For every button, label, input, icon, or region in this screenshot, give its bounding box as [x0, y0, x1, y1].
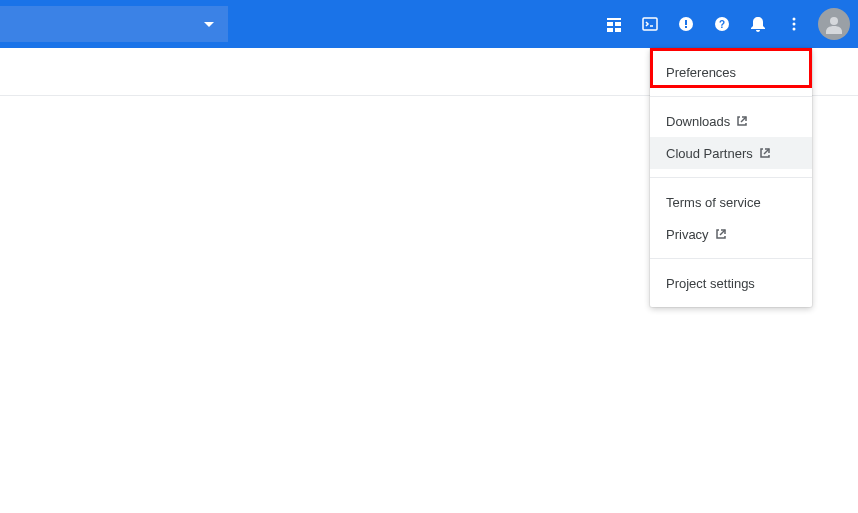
gift-icon[interactable] [596, 6, 632, 42]
menu-item-label: Cloud Partners [666, 146, 753, 161]
menu-item-label: Downloads [666, 114, 730, 129]
menu-divider [650, 258, 812, 259]
menu-divider [650, 96, 812, 97]
cloud-shell-icon[interactable] [632, 6, 668, 42]
svg-rect-2 [607, 28, 613, 32]
help-icon[interactable]: ? [704, 6, 740, 42]
svg-rect-1 [615, 22, 621, 26]
dropdown-arrow-icon [204, 22, 214, 27]
menu-divider [650, 177, 812, 178]
menu-item-project-settings[interactable]: Project settings [650, 267, 812, 299]
feedback-icon[interactable] [668, 6, 704, 42]
menu-item-downloads[interactable]: Downloads [650, 105, 812, 137]
svg-rect-9 [685, 26, 687, 28]
more-menu-icon[interactable] [776, 6, 812, 42]
svg-point-15 [830, 17, 838, 25]
svg-rect-8 [685, 20, 687, 25]
notifications-icon[interactable] [740, 6, 776, 42]
svg-point-12 [793, 18, 796, 21]
menu-item-terms[interactable]: Terms of service [650, 186, 812, 218]
user-avatar[interactable] [818, 8, 850, 40]
menu-item-label: Project settings [666, 276, 755, 291]
menu-item-cloud-partners[interactable]: Cloud Partners [650, 137, 812, 169]
svg-point-14 [793, 28, 796, 31]
svg-text:?: ? [719, 19, 725, 30]
svg-rect-4 [607, 18, 621, 20]
header-icons: ? [596, 6, 850, 42]
external-link-icon [736, 115, 748, 127]
svg-rect-3 [615, 28, 621, 32]
menu-item-preferences[interactable]: Preferences [650, 56, 812, 88]
project-selector[interactable] [0, 6, 228, 42]
external-link-icon [759, 147, 771, 159]
menu-item-label: Preferences [666, 65, 736, 80]
menu-item-label: Privacy [666, 227, 709, 242]
menu-item-label: Terms of service [666, 195, 761, 210]
svg-point-13 [793, 23, 796, 26]
settings-dropdown-menu: Preferences Downloads Cloud Partners Ter… [650, 48, 812, 307]
header-bar: ? [0, 0, 858, 48]
menu-item-privacy[interactable]: Privacy [650, 218, 812, 250]
svg-rect-0 [607, 22, 613, 26]
external-link-icon [715, 228, 727, 240]
svg-rect-5 [643, 18, 657, 30]
